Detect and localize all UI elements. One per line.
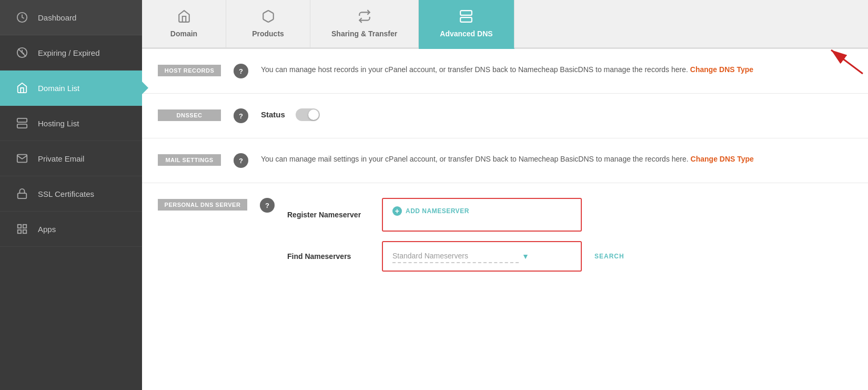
mail-settings-section: MAIL SETTINGS ? You can manage mail sett… — [142, 138, 868, 183]
expiring-icon — [15, 47, 29, 58]
tab-sharing-transfer-label: Sharing & Transfer — [331, 29, 397, 38]
svg-rect-15 — [461, 17, 472, 22]
search-button[interactable]: SEARCH — [594, 253, 624, 260]
host-records-description: You can manage host records in your cPan… — [261, 65, 688, 74]
find-nameservers-row: Find Nameservers Standard Nameservers Cu… — [287, 241, 852, 272]
private-email-icon — [15, 153, 29, 164]
tab-domain-label: Domain — [170, 29, 197, 38]
ssl-icon — [15, 188, 29, 199]
dnssec-toggle[interactable] — [296, 108, 320, 121]
host-records-change-link[interactable]: Change DNS Type — [690, 65, 753, 74]
register-nameserver-row: Register Nameserver + ADD NAMESERVER — [287, 198, 852, 232]
dnssec-content: Status — [261, 108, 852, 121]
sidebar-item-ssl-label: SSL Certificates — [38, 189, 94, 198]
nameserver-box: + ADD NAMESERVER — [382, 198, 582, 232]
personal-dns-section: PERSONAL DNS SERVER ? Register Nameserve… — [142, 183, 868, 296]
sidebar-item-apps[interactable]: Apps — [0, 212, 142, 247]
sidebar-item-expiring[interactable]: Expiring / Expired — [0, 35, 142, 71]
apps-icon — [15, 223, 29, 235]
sidebar: Dashboard Expiring / Expired Domain List… — [0, 0, 142, 390]
nameserver-select-row: Standard Nameservers Custom Nameservers … — [392, 249, 571, 263]
svg-rect-3 — [17, 124, 27, 128]
hosting-list-icon — [15, 117, 29, 129]
svg-rect-9 — [18, 230, 21, 233]
products-tab-icon — [261, 9, 275, 26]
advanced-dns-tab-icon — [459, 9, 473, 26]
mail-settings-change-link[interactable]: Change DNS Type — [691, 155, 754, 163]
mail-settings-content: You can manage mail settings in your cPa… — [261, 153, 852, 165]
sidebar-item-hosting-list-label: Hosting List — [38, 119, 79, 128]
main-content-wrapper: Domain Products Sharing & Transfer Advan… — [142, 0, 868, 390]
personal-dns-help[interactable]: ? — [260, 198, 275, 213]
host-records-section: HOST RECORDS ? You can manage host recor… — [142, 49, 868, 94]
tab-domain[interactable]: Domain — [142, 0, 226, 47]
add-nameserver-button[interactable]: + ADD NAMESERVER — [392, 206, 571, 216]
personal-dns-badge: PERSONAL DNS SERVER — [158, 199, 247, 211]
chevron-down-icon: ▼ — [522, 252, 529, 261]
sidebar-item-private-email-label: Private Email — [38, 154, 84, 163]
tab-advanced-dns[interactable]: Advanced DNS — [419, 0, 514, 49]
nameserver-select-box: Standard Nameservers Custom Nameservers … — [382, 241, 582, 272]
plus-icon: + — [392, 206, 402, 216]
sidebar-item-private-email[interactable]: Private Email — [0, 141, 142, 176]
dnssec-badge: DNSSEC — [158, 109, 221, 121]
dnssec-help[interactable]: ? — [234, 108, 248, 123]
register-nameserver-label: Register Nameserver — [287, 211, 382, 219]
mail-settings-description: You can manage mail settings in your cPa… — [261, 155, 689, 163]
domain-list-icon — [15, 82, 29, 94]
dns-inner: PERSONAL DNS SERVER ? Register Nameserve… — [158, 198, 852, 281]
add-nameserver-label: ADD NAMESERVER — [406, 207, 469, 215]
svg-rect-14 — [461, 11, 472, 15]
sidebar-item-dashboard-label: Dashboard — [38, 13, 76, 22]
content-area: HOST RECORDS ? You can manage host recor… — [142, 49, 868, 390]
svg-rect-2 — [17, 118, 27, 122]
sidebar-item-dashboard[interactable]: Dashboard — [0, 0, 142, 35]
mail-settings-help[interactable]: ? — [234, 153, 248, 168]
tab-sharing-transfer[interactable]: Sharing & Transfer — [310, 0, 419, 47]
host-records-content: You can manage host records in your cPan… — [261, 64, 852, 75]
svg-rect-8 — [23, 225, 26, 228]
tab-advanced-dns-label: Advanced DNS — [440, 29, 492, 38]
sidebar-item-ssl[interactable]: SSL Certificates — [0, 176, 142, 212]
nameserver-select[interactable]: Standard Nameservers Custom Nameservers — [392, 249, 519, 263]
sidebar-item-hosting-list[interactable]: Hosting List — [0, 106, 142, 141]
sidebar-item-domain-list[interactable]: Domain List — [0, 71, 142, 106]
svg-rect-6 — [18, 193, 27, 198]
domain-tab-icon — [177, 9, 191, 26]
tabs-bar: Domain Products Sharing & Transfer Advan… — [142, 0, 868, 49]
mail-settings-badge: MAIL SETTINGS — [158, 154, 221, 166]
tab-products-label: Products — [252, 29, 284, 38]
sidebar-item-expiring-label: Expiring / Expired — [38, 48, 100, 57]
host-records-badge: HOST RECORDS — [158, 65, 221, 76]
find-nameservers-label: Find Nameservers — [287, 252, 382, 261]
main: Domain Products Sharing & Transfer Advan… — [142, 0, 868, 390]
svg-rect-10 — [23, 230, 26, 233]
host-records-help[interactable]: ? — [234, 64, 248, 78]
svg-rect-7 — [18, 225, 21, 228]
tab-products[interactable]: Products — [226, 0, 310, 47]
toggle-knob — [308, 109, 319, 120]
sidebar-item-apps-label: Apps — [38, 225, 56, 234]
dnssec-status-label: Status — [261, 108, 285, 121]
dns-fields: Register Nameserver + ADD NAMESERVER Fin… — [287, 198, 852, 281]
dashboard-icon — [15, 12, 29, 23]
sidebar-item-domain-list-label: Domain List — [38, 84, 79, 93]
dnssec-section: DNSSEC ? Status — [142, 94, 868, 138]
dnssec-status-row: Status — [261, 108, 852, 121]
sharing-transfer-tab-icon — [358, 9, 371, 26]
